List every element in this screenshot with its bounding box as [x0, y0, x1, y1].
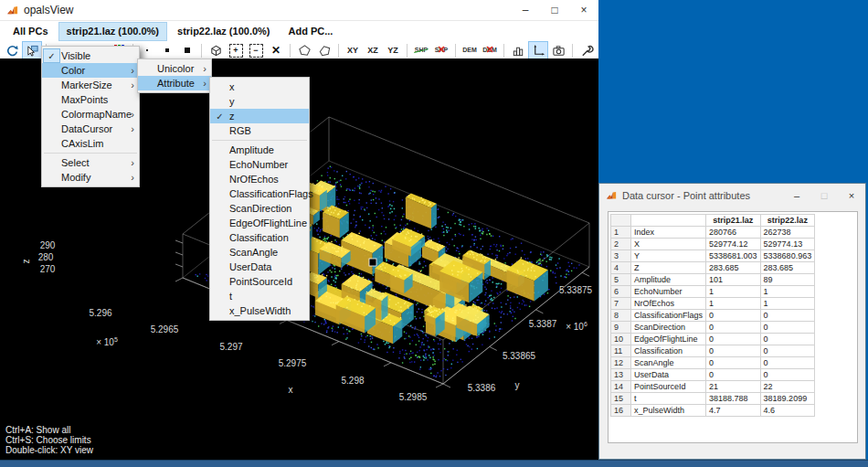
- table-row-x-pulsewidth[interactable]: 16x_PulseWidth4.74.6: [611, 405, 815, 417]
- menu-item-markersize[interactable]: MarkerSize›: [42, 78, 139, 92]
- xz-label: XZ: [367, 46, 378, 55]
- rotate-3d-button[interactable]: [3, 42, 21, 58]
- table-row-echonumber[interactable]: 6EchoNumber11: [611, 286, 815, 298]
- dc-maximize-button[interactable]: □: [810, 184, 838, 207]
- menu-item-select[interactable]: Select›: [42, 155, 139, 170]
- menu-item-x-pulsewidth[interactable]: x_PulseWidth: [210, 303, 309, 318]
- marker-size-large-button[interactable]: [178, 42, 196, 58]
- menu-item-colormapname[interactable]: ColormapName›: [42, 107, 139, 122]
- axes-button[interactable]: [529, 42, 547, 58]
- x-icon: ✕: [271, 44, 281, 57]
- menu-item-scandirection[interactable]: ScanDirection: [210, 201, 309, 216]
- menu-item-modify[interactable]: Modify›: [42, 170, 139, 185]
- menu-item-datacursor[interactable]: DataCursor›: [42, 122, 139, 136]
- table-row-x[interactable]: 2X529774.12529774.13: [611, 239, 815, 250]
- column-header-strip21-laz[interactable]: strip21.laz: [706, 215, 761, 227]
- minimize-button[interactable]: –: [511, 0, 540, 20]
- table-row-scandirection[interactable]: 9ScanDirection00: [611, 322, 815, 334]
- menu-item-attribute[interactable]: Attribute›: [138, 76, 211, 90]
- menu-item-unicolor[interactable]: Unicolor›: [138, 61, 211, 76]
- table-row-index[interactable]: 1Index280766262738: [611, 227, 815, 239]
- polygon-select-alt-button[interactable]: [315, 42, 333, 58]
- table-row-scanangle[interactable]: 12ScanAngle00: [611, 357, 815, 369]
- view-yz-button[interactable]: YZ: [384, 42, 402, 58]
- menu-item-visible[interactable]: ✓Visible: [42, 48, 139, 63]
- clear-selection-button[interactable]: ✕: [267, 42, 285, 58]
- view-xy-button[interactable]: XY: [344, 42, 362, 58]
- dc-minimize-button[interactable]: –: [783, 184, 810, 207]
- menu-item-label: CAxisLim: [61, 138, 103, 149]
- data-cursor-marker[interactable]: [369, 259, 376, 266]
- tab-all-pcs[interactable]: All PCs: [5, 23, 56, 40]
- dem-overlay-button[interactable]: DEM: [460, 42, 479, 58]
- table-row-z[interactable]: 4Z283.685283.685: [611, 262, 815, 274]
- menu-item-amplitude[interactable]: Amplitude: [210, 143, 309, 157]
- menu-item-t[interactable]: t: [210, 289, 309, 303]
- tab-strip22-laz-100-0[interactable]: strip22.laz (100.0%): [170, 23, 278, 40]
- attribute-name: x_PulseWidth: [631, 405, 706, 417]
- menu-item-echonumber[interactable]: EchoNumber: [210, 157, 309, 172]
- attribute-name: t: [631, 393, 706, 405]
- table-row-nrofechos[interactable]: 7NrOfEchos11: [611, 298, 815, 310]
- histogram-button[interactable]: [509, 42, 527, 58]
- menu-item-caxislim[interactable]: CAxisLim: [42, 136, 139, 151]
- tab-strip21-laz-100-0[interactable]: strip21.laz (100.0%): [59, 23, 167, 40]
- view-xz-button[interactable]: XZ: [364, 42, 382, 58]
- attribute-value: 1: [760, 298, 815, 310]
- menu-gutter: [210, 246, 229, 259]
- maximize-button[interactable]: □: [540, 0, 569, 20]
- marker-size-medium-button[interactable]: [158, 42, 176, 58]
- menu-item-userdata[interactable]: UserData: [210, 260, 309, 274]
- shp-overlay-button[interactable]: SHP: [412, 42, 430, 58]
- menu-item-classificationflags[interactable]: ClassificationFlags: [210, 186, 309, 201]
- x-tick-label: 5.297: [219, 342, 242, 352]
- attribute-name: Amplitude: [631, 274, 706, 286]
- dc-titlebar[interactable]: Data cursor - Point attributes – □ ×: [599, 184, 865, 207]
- dem-remove-button[interactable]: DEM✕: [481, 42, 499, 58]
- menu-item-label: Select: [61, 157, 90, 168]
- view-cube-button[interactable]: [206, 42, 225, 58]
- row-number: 4: [611, 262, 631, 274]
- menu-item-y[interactable]: y: [210, 94, 309, 109]
- zoom-in-button[interactable]: +: [227, 42, 245, 58]
- table-row-classification[interactable]: 11Classification00: [611, 345, 815, 357]
- measure-tool-button[interactable]: [577, 42, 596, 58]
- submenu-arrow-icon: ›: [203, 64, 206, 73]
- tab-add-pc[interactable]: Add PC...: [281, 23, 341, 40]
- menu-item-z[interactable]: ✓z: [210, 109, 309, 123]
- toolbar-separator: [572, 44, 573, 58]
- attribute-value: 0: [760, 345, 815, 357]
- menu-item-scanangle[interactable]: ScanAngle: [210, 245, 309, 260]
- row-number: 12: [611, 357, 631, 369]
- menu-item-maxpoints[interactable]: MaxPoints: [42, 92, 139, 107]
- column-header-strip22-laz[interactable]: strip22.laz: [760, 215, 815, 227]
- menu-item-color[interactable]: Color›: [42, 63, 139, 78]
- shp-remove-button[interactable]: SHP✕: [432, 42, 450, 58]
- table-row-amplitude[interactable]: 5Amplitude10189: [611, 274, 815, 286]
- table-row-y[interactable]: 3Y5338681.0035338680.963: [611, 250, 815, 262]
- menu-item-nrofechos[interactable]: NrOfEchos: [210, 172, 309, 186]
- taskbar[interactable]: [0, 460, 868, 467]
- menu-item-classification[interactable]: Classification: [210, 230, 309, 245]
- menu-item-pointsourceid[interactable]: PointSourceId: [210, 274, 309, 289]
- dc-close-button[interactable]: ×: [838, 184, 865, 207]
- zoom-out-button[interactable]: −: [247, 42, 265, 58]
- table-row-edgeofflightline[interactable]: 10EdgeOfFlightLine00: [611, 334, 815, 345]
- menu-gutter: [210, 231, 229, 244]
- table-row-pointsourceid[interactable]: 14PointSourceId2122: [611, 381, 815, 393]
- table-row-t[interactable]: 15t38188.78838189.2099: [611, 393, 815, 405]
- main-titlebar[interactable]: opalsView – □ ×: [0, 0, 598, 21]
- polygon-select-button[interactable]: [295, 42, 313, 58]
- marker-size-small-button[interactable]: [138, 42, 156, 58]
- table-row-userdata[interactable]: 13UserData00: [611, 369, 815, 381]
- menu-item-label: ScanAngle: [229, 247, 278, 258]
- menu-item-x[interactable]: x: [210, 80, 309, 94]
- menu-item-edgeofflightline[interactable]: EdgeOfFlightLine: [210, 216, 309, 230]
- close-button[interactable]: ×: [569, 0, 598, 20]
- data-cursor-button[interactable]: [23, 42, 41, 58]
- polygon-alt-icon: [318, 44, 332, 58]
- menu-gutter: [210, 80, 229, 93]
- menu-item-rgb[interactable]: RGB: [210, 123, 309, 138]
- table-row-classificationflags[interactable]: 8ClassificationFlags00: [611, 310, 815, 322]
- camera-button[interactable]: [549, 42, 567, 58]
